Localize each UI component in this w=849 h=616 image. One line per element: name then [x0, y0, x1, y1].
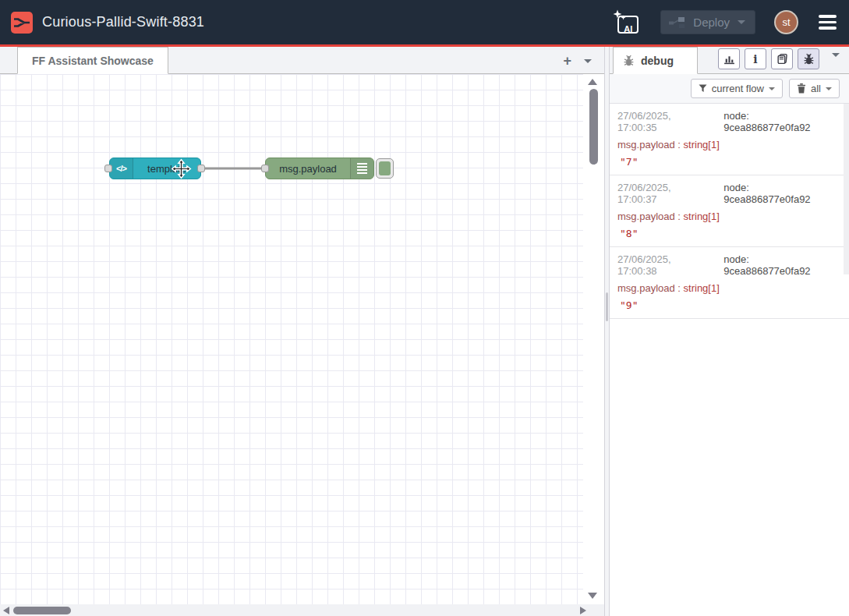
trash-icon [797, 83, 806, 94]
filter-label: current flow [712, 83, 764, 94]
hscroll-track[interactable] [0, 604, 604, 616]
message-separator: : [675, 139, 684, 150]
node-template[interactable]: </> template [109, 158, 201, 179]
hscroll-left-arrow[interactable] [3, 607, 9, 614]
bug-icon [803, 53, 815, 65]
vscroll-up-arrow[interactable] [588, 79, 597, 85]
bar-chart-icon [723, 53, 735, 65]
page-title: Curious-Pallid-Swift-8831 [42, 14, 204, 30]
debug-message[interactable]: 27/06/2025, 17:00:38 node: 9cea886877e0f… [610, 247, 849, 319]
debug-input-port[interactable] [261, 165, 269, 172]
dashboard-chart-tab-button[interactable] [718, 48, 740, 69]
message-type: string[1] [684, 139, 720, 150]
debug-message[interactable]: 27/06/2025, 17:00:35 node: 9cea886877e0f… [610, 104, 849, 175]
message-separator: : [675, 211, 684, 222]
tab-flow[interactable]: FF Assistant Showcase [17, 47, 168, 74]
main-menu-button[interactable] [817, 12, 838, 33]
message-timestamp: 27/06/2025, 17:00:37 [617, 182, 713, 205]
message-scroll-gutter [844, 104, 849, 274]
deploy-icon [669, 16, 685, 29]
list-icon [350, 158, 373, 179]
deploy-label: Deploy [693, 16, 730, 29]
template-input-port[interactable] [104, 165, 112, 172]
info-tab-button[interactable]: i [745, 48, 766, 69]
message-value[interactable]: "8" [617, 228, 838, 239]
workspace: FF Assistant Showcase + </> template [0, 47, 604, 616]
message-timestamp: 27/06/2025, 17:00:38 [617, 253, 713, 277]
clear-caret-icon [826, 87, 832, 90]
node-debug-label: msg.payload [266, 163, 350, 175]
vscroll-thumb[interactable] [589, 89, 598, 165]
header-actions: AI Deploy st [612, 9, 838, 37]
node-debug[interactable]: msg.payload [265, 158, 374, 179]
message-type: string[1] [684, 211, 720, 222]
sidebar-tabbar: debug i [610, 47, 849, 74]
debug-message[interactable]: 27/06/2025, 17:00:37 node: 9cea886877e0f… [610, 175, 849, 247]
sidebar: debug i [610, 47, 849, 616]
user-avatar[interactable]: st [774, 10, 798, 34]
sidebar-tabs-caret-icon[interactable] [832, 53, 840, 57]
flowfuse-logo-icon[interactable] [11, 12, 33, 34]
debug-enable-toggle[interactable] [376, 158, 394, 179]
debug-message-list: 27/06/2025, 17:00:35 node: 9cea886877e0f… [610, 104, 849, 616]
add-flow-button[interactable]: + [563, 55, 571, 66]
filter-caret-icon [769, 87, 775, 90]
debug-tab-button[interactable] [798, 48, 819, 69]
debug-tab-label: debug [641, 55, 674, 67]
message-type: string[1] [684, 282, 720, 294]
header: Curious-Pallid-Swift-8831 AI Deploy [0, 0, 849, 47]
message-node-id: node: 9cea886877e0fa92 [723, 110, 838, 133]
hscroll-right-arrow[interactable] [580, 607, 586, 614]
message-path[interactable]: msg.payload [617, 139, 675, 150]
node-template-label: template [133, 163, 200, 175]
ai-assistant-button[interactable]: AI [612, 9, 642, 37]
deploy-button[interactable]: Deploy [660, 10, 755, 34]
clear-label: all [811, 83, 821, 94]
resize-grip-icon [606, 292, 608, 321]
help-tab-button[interactable] [771, 48, 793, 69]
flow-canvas[interactable]: </> template msg.payload [0, 74, 604, 616]
clear-messages-button[interactable]: all [789, 79, 840, 98]
hscroll-thumb[interactable] [13, 607, 71, 614]
message-node-id: node: 9cea886877e0fa92 [723, 182, 838, 205]
filter-funnel-icon [699, 84, 707, 93]
main-area: FF Assistant Showcase + </> template [0, 47, 849, 616]
bug-icon [623, 55, 635, 66]
debug-filter-button[interactable]: current flow [691, 79, 783, 98]
debug-toolbar: current flow all [610, 74, 849, 104]
flow-tabbar: FF Assistant Showcase + [0, 47, 604, 74]
tab-actions: + [563, 55, 604, 73]
code-icon: </> [110, 158, 133, 179]
vscroll-down-arrow[interactable] [588, 593, 597, 599]
book-icon [776, 53, 788, 65]
message-separator: : [675, 282, 684, 294]
message-node-id: node: 9cea886877e0fa92 [723, 253, 838, 277]
tab-debug[interactable]: debug [613, 47, 698, 74]
message-path[interactable]: msg.payload [617, 211, 675, 222]
node-red-editor: Curious-Pallid-Swift-8831 AI Deploy [0, 0, 849, 616]
sidebar-resize-handle[interactable] [604, 47, 610, 616]
message-path[interactable]: msg.payload [617, 282, 675, 294]
sparkle-icon [612, 9, 628, 23]
message-value[interactable]: "9" [617, 299, 838, 311]
template-output-port[interactable] [197, 165, 205, 172]
wire[interactable] [0, 74, 604, 616]
message-value[interactable]: "7" [617, 156, 838, 168]
message-timestamp: 27/06/2025, 17:00:35 [617, 110, 713, 133]
sidebar-tab-icons: i [718, 48, 843, 73]
flow-tab-label: FF Assistant Showcase [32, 55, 154, 67]
deploy-options-caret[interactable] [738, 20, 745, 24]
info-icon: i [753, 53, 757, 65]
flow-list-caret-icon[interactable] [584, 59, 592, 63]
